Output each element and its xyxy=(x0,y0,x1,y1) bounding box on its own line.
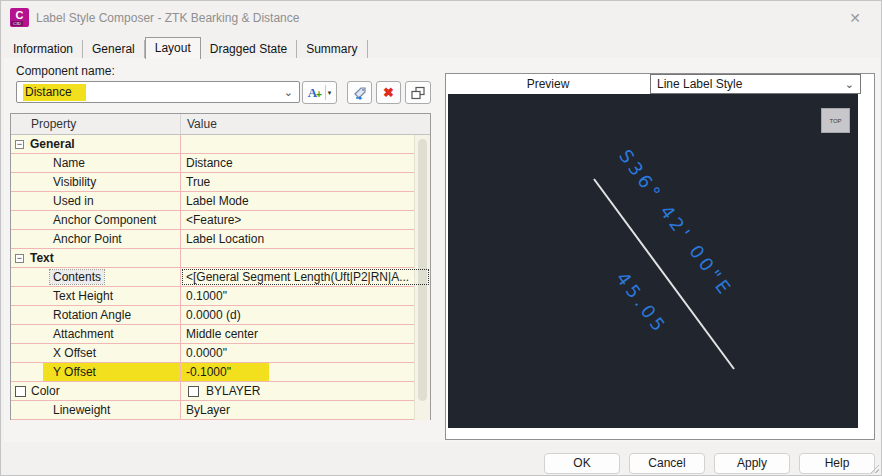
component-name-label: Component name: xyxy=(16,64,115,78)
tab-layout[interactable]: Layout xyxy=(145,37,201,59)
label-style-composer-dialog: C C3D Label Style Composer - ZTK Bearkin… xyxy=(0,0,882,476)
help-button[interactable]: Help xyxy=(799,453,875,474)
header-scroll-spacer xyxy=(415,114,430,134)
copy-component-button[interactable] xyxy=(347,81,372,104)
property-grid: Property Value −General Name Distance Vi… xyxy=(10,113,431,420)
component-name-select[interactable]: Distance ⌄ xyxy=(16,81,300,103)
preview-style-select[interactable]: Line Label Style ⌄ xyxy=(650,74,861,94)
distance-label: 45.05 xyxy=(612,268,671,338)
preview-style-value: Line Label Style xyxy=(657,77,742,91)
color-swatch-icon[interactable] xyxy=(15,386,26,397)
cancel-button[interactable]: Cancel xyxy=(629,453,705,474)
table-row-rotation-angle[interactable]: Rotation Angle 0.0000 (d) xyxy=(11,306,430,325)
layout-tab-page: Component name: Distance ⌄ A + ▾ ✖ xyxy=(4,58,880,442)
button-divider xyxy=(325,85,326,100)
title-bar: C C3D Label Style Composer - ZTK Bearkin… xyxy=(1,1,881,35)
table-row-text-section[interactable]: −Text xyxy=(11,249,430,268)
preview-header: Preview Line Label Style ⌄ xyxy=(446,74,874,94)
grid-header: Property Value xyxy=(11,114,430,135)
window-title: Label Style Composer - ZTK Bearking & Di… xyxy=(36,11,299,25)
app-icon-sub: C3D xyxy=(11,21,23,26)
component-draw-order-button[interactable] xyxy=(405,81,431,104)
property-column-header[interactable]: Property xyxy=(11,114,181,134)
collapse-icon[interactable]: − xyxy=(15,140,24,149)
viewcube-top-button[interactable]: TOP xyxy=(821,108,850,133)
table-row-used-in[interactable]: Used in Label Mode xyxy=(11,192,430,211)
tab-dragged-state[interactable]: Dragged State xyxy=(201,40,297,58)
table-row-contents[interactable]: Contents <[General Segment Length(Uft|P2… xyxy=(11,268,430,287)
civil3d-app-icon: C C3D xyxy=(10,8,29,27)
delete-x-icon: ✖ xyxy=(383,85,394,100)
chevron-down-icon: ⌄ xyxy=(284,87,293,97)
table-row-visibility[interactable]: Visibility True xyxy=(11,173,430,192)
app-icon-letter: C xyxy=(16,10,24,21)
plus-icon: + xyxy=(316,89,322,100)
close-icon[interactable]: ✕ xyxy=(845,8,865,28)
draw-order-icon xyxy=(410,85,426,101)
tab-summary[interactable]: Summary xyxy=(297,40,367,58)
table-row-color[interactable]: Color BYLAYER xyxy=(11,382,430,401)
chevron-down-icon: ⌄ xyxy=(845,79,854,89)
table-row-general-section[interactable]: −General xyxy=(11,135,430,154)
table-row-y-offset[interactable]: Y Offset -0.1000" xyxy=(11,363,430,382)
table-row-name[interactable]: Name Distance xyxy=(11,154,430,173)
copy-tag-icon xyxy=(352,85,368,101)
tab-information[interactable]: Information xyxy=(4,40,83,58)
create-text-component-button[interactable]: A + ▾ xyxy=(302,81,337,104)
collapse-icon[interactable]: − xyxy=(15,254,24,263)
color-swatch-icon[interactable] xyxy=(188,386,199,397)
table-row-anchor-point[interactable]: Anchor Point Label Location xyxy=(11,230,430,249)
preview-title: Preview xyxy=(446,74,650,94)
table-row-x-offset[interactable]: X Offset 0.0000" xyxy=(11,344,430,363)
tab-strip: Information General Layout Dragged State… xyxy=(4,37,878,59)
delete-component-button[interactable]: ✖ xyxy=(376,81,401,104)
table-row-text-height[interactable]: Text Height 0.1000" xyxy=(11,287,430,306)
preview-canvas[interactable]: S36° 42' 00"E 45.05 TOP xyxy=(448,94,858,428)
apply-button[interactable]: Apply xyxy=(714,453,790,474)
tab-general[interactable]: General xyxy=(83,40,145,58)
ok-button[interactable]: OK xyxy=(544,453,620,474)
preview-panel: Preview Line Label Style ⌄ S36° 42' 00"E… xyxy=(445,73,875,440)
component-name-value: Distance xyxy=(23,84,86,101)
table-row-attachment[interactable]: Attachment Middle center xyxy=(11,325,430,344)
grid-body: −General Name Distance Visibility True U… xyxy=(11,135,430,420)
table-row-lineweight[interactable]: Lineweight ByLayer xyxy=(11,401,430,420)
value-column-header[interactable]: Value xyxy=(181,114,415,134)
chevron-down-icon[interactable]: ▾ xyxy=(328,89,332,97)
table-row-anchor-component[interactable]: Anchor Component <Feature> xyxy=(11,211,430,230)
